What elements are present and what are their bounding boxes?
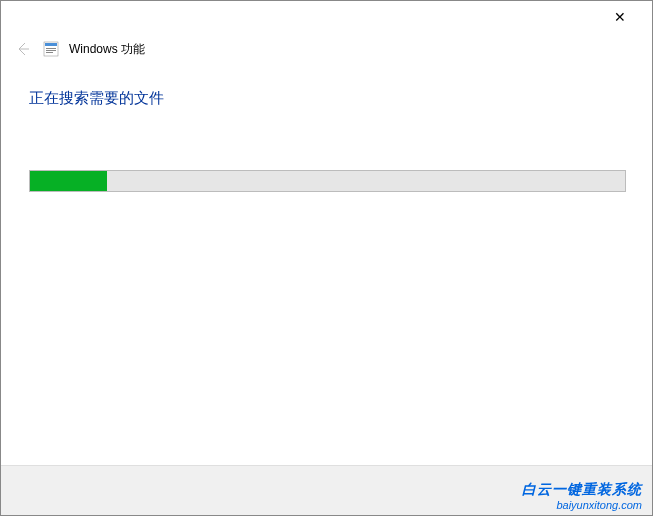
watermark: 白云一键重装系统 baiyunxitong.com [522, 481, 642, 511]
watermark-text-2: baiyunxitong.com [522, 499, 642, 511]
svg-rect-2 [46, 48, 56, 49]
progress-bar [29, 170, 626, 192]
svg-rect-4 [46, 52, 53, 53]
back-arrow-icon [15, 41, 31, 57]
svg-rect-3 [46, 50, 56, 51]
svg-rect-1 [45, 43, 57, 46]
status-heading: 正在搜索需要的文件 [29, 89, 624, 108]
close-button[interactable]: ✕ [600, 3, 640, 31]
windows-features-icon [43, 41, 59, 57]
back-button[interactable] [13, 39, 33, 59]
header: Windows 功能 [1, 33, 652, 67]
titlebar: ✕ [1, 1, 652, 33]
content-area: 正在搜索需要的文件 [1, 67, 652, 192]
window-title: Windows 功能 [69, 41, 145, 58]
progress-fill [30, 171, 107, 191]
close-icon: ✕ [614, 9, 626, 25]
watermark-text-1: 白云一键重装系统 [522, 481, 642, 499]
